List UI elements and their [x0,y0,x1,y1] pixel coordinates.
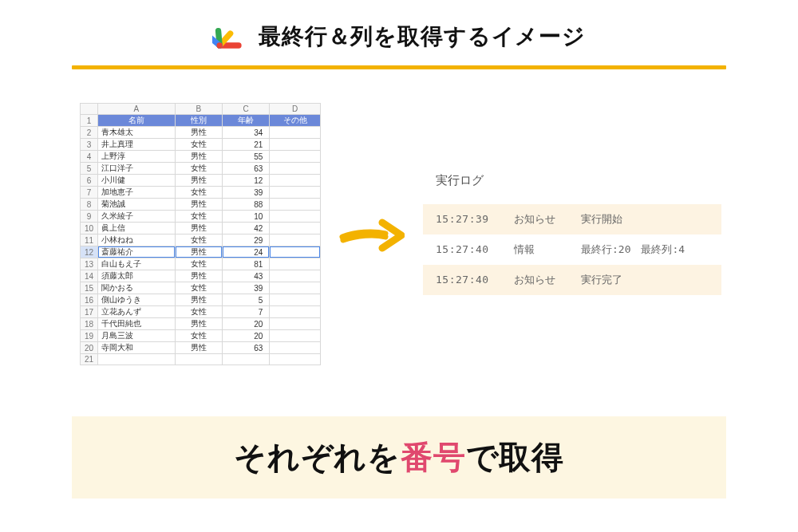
apps-script-logo-icon [212,19,247,54]
header-cell: 名前 [98,115,176,127]
page-title: 最終行＆列を取得するイメージ [259,22,586,52]
arrow-right-icon [339,213,405,256]
table-row: 10眞上信男性42 [81,223,321,234]
header-cell: 年齢 [223,115,270,127]
footer-text-pre: それぞれを [234,439,401,475]
header-cell: 性別 [175,115,222,127]
footer-text-em: 番号 [401,439,466,475]
table-row: 2青木雄太男性34 [81,127,321,139]
svg-point-4 [217,42,223,48]
column-letter: D [270,104,321,115]
table-row: 18千代田純也男性20 [81,318,321,330]
log-level: 情報 [514,242,563,257]
footer-text-post: で取得 [466,439,564,475]
table-row: 17立花あんず女性7 [81,306,321,318]
column-letter: C [223,104,270,115]
log-row: 15:27:40お知らせ実行完了 [423,265,721,295]
spreadsheet-preview: ABCD1名前性別年齢その他2青木雄太男性343井上真理女性214上野淳男性55… [80,103,321,365]
table-row: 19月島三波女性20 [81,330,321,342]
table-row: 9久米綾子女性10 [81,211,321,223]
table-row-empty: 21 [81,354,321,365]
footer-banner: それぞれを番号で取得 [72,416,726,499]
table-row: 12斎藤祐介男性24 [81,246,321,258]
table-row: 11小林ねね女性29 [81,234,321,246]
title-divider [72,65,726,69]
log-time: 15:27:40 [436,274,496,286]
log-time: 15:27:40 [436,243,496,255]
log-time: 15:27:39 [436,213,496,225]
table-row: 15関かおる女性39 [81,282,321,294]
table-row: 14須藤太郎男性43 [81,270,321,282]
table-row: 20寺岡大和男性63 [81,342,321,354]
log-level: お知らせ [514,212,563,227]
table-row: 5江口洋子女性63 [81,163,321,175]
table-row: 16側山ゆうき男性5 [81,294,321,306]
log-row: 15:27:39お知らせ実行開始 [423,204,721,234]
log-level: お知らせ [514,273,563,287]
log-row: 15:27:40情報最終行:20 最終列:4 [423,234,721,265]
log-message: 最終行:20 最終列:4 [581,242,685,257]
execution-log-panel: 実行ログ 15:27:39お知らせ実行開始15:27:40情報最終行:20 最終… [423,173,726,295]
table-row: 3井上真理女性21 [81,139,321,151]
log-message: 実行開始 [581,212,622,227]
table-row: 13白山もえ子女性81 [81,258,321,270]
table-row: 6小川健男性12 [81,175,321,187]
table-row: 7加地恵子女性39 [81,187,321,199]
column-letter: A [98,104,176,115]
log-message: 実行完了 [581,273,622,287]
table-row: 8菊池誠男性88 [81,199,321,211]
column-letter: B [175,104,222,115]
header-cell: その他 [270,115,321,127]
log-title: 実行ログ [423,173,721,188]
table-row: 4上野淳男性55 [81,151,321,163]
